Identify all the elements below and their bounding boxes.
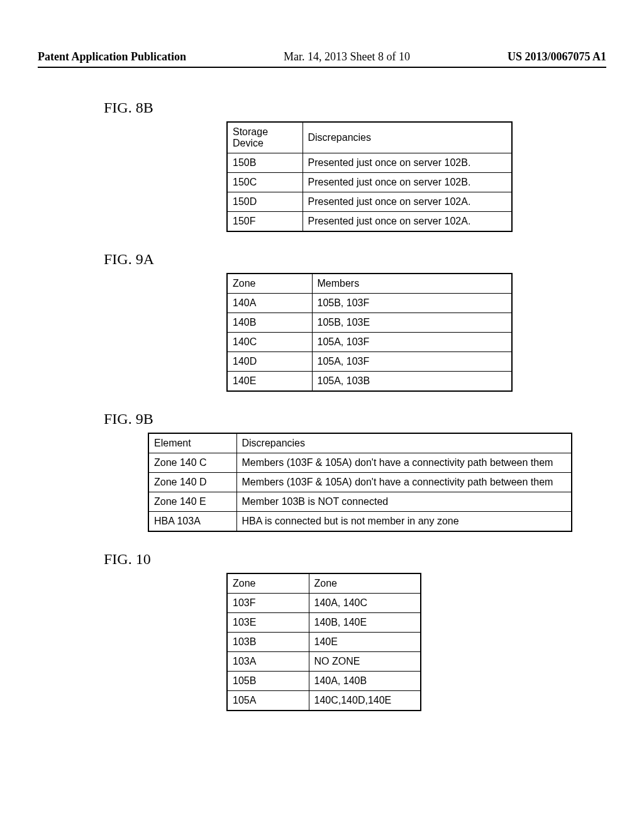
table-cell: 140E	[309, 633, 421, 652]
table-cell: 140A	[227, 294, 312, 313]
table-row: Zone 140 C Members (103F & 105A) don't h…	[148, 453, 572, 473]
table-header-cell: Zone	[227, 573, 309, 594]
table-row: 140B 105B, 103E	[227, 313, 512, 333]
header-left: Patent Application Publication	[38, 50, 186, 64]
figure-9b-label: FIG. 9B	[104, 411, 606, 428]
table-row: 103F 140A, 140C	[227, 594, 421, 613]
header-right: US 2013/0067075 A1	[508, 50, 606, 64]
table-row: Zone Zone	[227, 573, 421, 594]
table-header-cell: Zone	[227, 274, 312, 294]
table-cell: 140E	[227, 372, 312, 392]
table-row: Storage Device Discrepancies	[227, 122, 512, 153]
table-cell: 105A, 103B	[312, 372, 512, 392]
table-cell: 140B	[227, 313, 312, 333]
table-cell: Members (103F & 105A) don't have a conne…	[236, 473, 572, 492]
table-row: HBA 103A HBA is connected but is not mem…	[148, 512, 572, 532]
table-row: 103B 140E	[227, 633, 421, 652]
figure-8b-table: Storage Device Discrepancies 150B Presen…	[226, 121, 513, 232]
figure-9b-section: FIG. 9B Element Discrepancies Zone 140 C…	[38, 411, 606, 532]
table-cell: 150F	[227, 212, 303, 232]
table-cell: 103E	[227, 613, 309, 633]
table-row: 105B 140A, 140B	[227, 672, 421, 691]
table-row: Zone 140 E Member 103B is NOT connected	[148, 492, 572, 512]
figure-8b-section: FIG. 8B Storage Device Discrepancies 150…	[38, 99, 606, 232]
table-row: 140E 105A, 103B	[227, 372, 512, 392]
table-row: 150C Presented just once on server 102B.	[227, 173, 512, 192]
table-row: 140D 105A, 103F	[227, 352, 512, 372]
table-cell: Zone 140 C	[148, 453, 236, 473]
table-cell: HBA 103A	[148, 512, 236, 532]
table-cell: 105A	[227, 691, 309, 711]
table-cell: 140C,140D,140E	[309, 691, 421, 711]
table-cell: 140A, 140C	[309, 594, 421, 613]
table-header-cell: Members	[312, 274, 512, 294]
table-cell: Member 103B is NOT connected	[236, 492, 572, 512]
table-cell: Presented just once on server 102A.	[303, 192, 512, 212]
table-row: 103E 140B, 140E	[227, 613, 421, 633]
table-cell: 103B	[227, 633, 309, 652]
table-cell: 105B, 103E	[312, 313, 512, 333]
table-cell: 150B	[227, 153, 303, 173]
table-cell: 103F	[227, 594, 309, 613]
figure-9a-table: Zone Members 140A 105B, 103F 140B 105B, …	[226, 273, 513, 392]
header-center: Mar. 14, 2013 Sheet 8 of 10	[284, 50, 410, 64]
table-row: Zone 140 D Members (103F & 105A) don't h…	[148, 473, 572, 492]
figure-9b-table: Element Discrepancies Zone 140 C Members…	[148, 433, 572, 532]
table-header-cell: Discrepancies	[303, 122, 512, 153]
table-cell: Presented just once on server 102B.	[303, 173, 512, 192]
table-cell: HBA is connected but is not member in an…	[236, 512, 572, 532]
table-cell: 105A, 103F	[312, 333, 512, 352]
table-row: 140A 105B, 103F	[227, 294, 512, 313]
table-row: 140C 105A, 103F	[227, 333, 512, 352]
table-row: 103A NO ZONE	[227, 652, 421, 672]
table-cell: 103A	[227, 652, 309, 672]
table-cell: 140C	[227, 333, 312, 352]
table-cell: Zone 140 D	[148, 473, 236, 492]
table-cell: 105A, 103F	[312, 352, 512, 372]
table-cell: Zone 140 E	[148, 492, 236, 512]
table-row: 150B Presented just once on server 102B.	[227, 153, 512, 173]
figure-10-table: Zone Zone 103F 140A, 140C 103E 140B, 140…	[226, 573, 421, 711]
table-cell: Members (103F & 105A) don't have a conne…	[236, 453, 572, 473]
figure-8b-label: FIG. 8B	[104, 99, 606, 116]
page-header: Patent Application Publication Mar. 14, …	[38, 50, 606, 68]
table-cell: 140B, 140E	[309, 613, 421, 633]
table-header-cell: Discrepancies	[236, 433, 572, 453]
figure-10-section: FIG. 10 Zone Zone 103F 140A, 140C 103E 1…	[38, 551, 606, 711]
figure-10-label: FIG. 10	[104, 551, 606, 568]
table-cell: 105B	[227, 672, 309, 691]
table-header-cell: Element	[148, 433, 236, 453]
table-row: 105A 140C,140D,140E	[227, 691, 421, 711]
table-row: 150F Presented just once on server 102A.	[227, 212, 512, 232]
table-cell: 105B, 103F	[312, 294, 512, 313]
table-header-cell: Storage Device	[227, 122, 303, 153]
table-row: 150D Presented just once on server 102A.	[227, 192, 512, 212]
table-cell: NO ZONE	[309, 652, 421, 672]
patent-page: Patent Application Publication Mar. 14, …	[0, 0, 644, 755]
table-header-cell: Zone	[309, 573, 421, 594]
table-cell: Presented just once on server 102B.	[303, 153, 512, 173]
table-cell: 150D	[227, 192, 303, 212]
table-cell: 150C	[227, 173, 303, 192]
table-cell: 140A, 140B	[309, 672, 421, 691]
table-row: Zone Members	[227, 274, 512, 294]
table-cell: Presented just once on server 102A.	[303, 212, 512, 232]
table-cell: 140D	[227, 352, 312, 372]
table-row: Element Discrepancies	[148, 433, 572, 453]
figure-9a-label: FIG. 9A	[104, 251, 606, 268]
figure-9a-section: FIG. 9A Zone Members 140A 105B, 103F 140…	[38, 251, 606, 392]
